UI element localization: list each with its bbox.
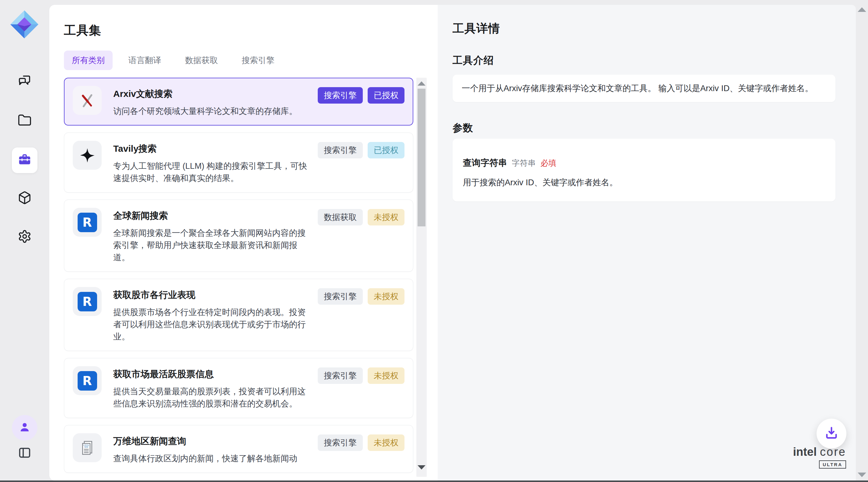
blue-r-app-icon: R xyxy=(73,366,102,395)
tab-search-engine[interactable]: 搜索引擎 xyxy=(234,51,282,70)
intro-text: 一个用于从Arxiv存储库搜索科学论文和文章的工具。 输入可以是Arxiv ID… xyxy=(462,84,813,93)
tab-all-categories[interactable]: 所有类别 xyxy=(64,51,113,70)
params-heading: 参数 xyxy=(453,121,473,135)
sidebar-item-models[interactable] xyxy=(12,186,37,211)
scroll-up-arrow-icon[interactable] xyxy=(417,81,426,86)
auth-status-badge: 未授权 xyxy=(368,434,404,451)
app-window: 工具集 所有类别 语言翻译 数据获取 搜索引擎 xyxy=(0,0,868,482)
tool-name: 获取股市各行业表现 xyxy=(113,289,310,301)
local-news-icon: LOCAL NEW xyxy=(73,433,102,462)
sidebar-item-toolset[interactable] xyxy=(12,147,37,173)
tab-data-fetch[interactable]: 数据获取 xyxy=(177,51,226,70)
page-scroll-down-icon[interactable] xyxy=(858,473,866,477)
tool-card-global-news[interactable]: R 全球新闻搜索 全球新闻搜索是一个聚合全球各大新闻网站内容的搜索引擎，帮助用户… xyxy=(64,200,413,272)
tool-description: 提供当天交易量最高的股票列表，投资者可以利用这些信息来识别流动性强的股票和潜在的… xyxy=(113,386,310,410)
tool-card-tavily[interactable]: Tavily搜索 专为人工智能代理 (LLM) 构建的搜索引擎工具，可快速提供实… xyxy=(64,133,413,193)
required-badge: 必填 xyxy=(540,158,556,169)
sidebar-item-settings[interactable] xyxy=(12,224,37,250)
auth-status-badge: 未授权 xyxy=(368,367,404,384)
intro-card: 一个用于从Arxiv存储库搜索科学论文和文章的工具。 输入可以是Arxiv ID… xyxy=(453,75,835,102)
auth-status-badge: 未授权 xyxy=(368,288,404,305)
intel-text: intel xyxy=(793,446,816,458)
tool-card-sector-performance[interactable]: R 获取股市各行业表现 提供股票市场各个行业在特定时间段内的表现。投资者可以利用… xyxy=(64,279,413,351)
window-bottom-edge xyxy=(0,480,868,482)
detail-title: 工具详情 xyxy=(453,21,500,36)
folder-icon xyxy=(18,113,32,129)
category-badge: 搜索引擎 xyxy=(318,434,363,451)
page-scrollbar[interactable] xyxy=(856,0,868,482)
tool-list: Arxiv文献搜索 访问各个研究领域大量科学论文和文章的存储库。 搜索引擎 已授… xyxy=(64,78,413,477)
tool-detail-panel: 工具详情 工具介绍 一个用于从Arxiv存储库搜索科学论文和文章的工具。 输入可… xyxy=(438,5,856,480)
page-scroll-up-icon[interactable] xyxy=(858,7,866,12)
category-badge: 数据获取 xyxy=(318,209,363,225)
parameter-card: 查询字符串 字符串 必填 用于搜索的Arxiv ID、关键字或作者姓名。 xyxy=(453,139,835,201)
parameter-type: 字符串 xyxy=(512,158,536,169)
auth-status-badge: 已授权 xyxy=(368,87,404,104)
tool-name: 全球新闻搜索 xyxy=(113,209,310,222)
tool-description: 全球新闻搜索是一个聚合全球各大新闻网站内容的搜索引擎，帮助用户快速获取全球最新资… xyxy=(113,227,310,263)
parameter-name: 查询字符串 xyxy=(463,157,507,169)
page-title: 工具集 xyxy=(64,22,101,39)
sidebar xyxy=(0,0,49,482)
tool-name: Arxiv文献搜索 xyxy=(113,88,310,100)
blue-r-app-icon: R xyxy=(73,208,102,237)
download-button[interactable] xyxy=(816,419,846,449)
tool-description: 查询具体行政区划内的新闻，快速了解各地新闻动 xyxy=(113,452,310,465)
download-icon xyxy=(824,425,839,442)
tool-name: 获取市场最活跃股票信息 xyxy=(113,368,310,380)
sparkle-icon xyxy=(73,141,102,170)
toolset-panel: 工具集 所有类别 语言翻译 数据获取 搜索引擎 xyxy=(49,5,438,480)
cube-icon xyxy=(18,191,32,206)
tool-card-local-news[interactable]: LOCAL NEW 万维地区新闻查询 查询具体行政区划内的新闻，快速了解各地新闻… xyxy=(64,425,413,473)
category-tabs: 所有类别 语言翻译 数据获取 搜索引擎 xyxy=(64,51,282,70)
tool-name: 万维地区新闻查询 xyxy=(113,435,310,448)
tool-list-scrollbar[interactable] xyxy=(416,78,427,477)
scroll-down-arrow-icon[interactable] xyxy=(417,465,426,470)
category-badge: 搜索引擎 xyxy=(318,367,363,384)
tool-card-arxiv[interactable]: Arxiv文献搜索 访问各个研究领域大量科学论文和文章的存储库。 搜索引擎 已授… xyxy=(64,78,413,125)
tool-name: Tavily搜索 xyxy=(113,143,310,155)
arxiv-icon xyxy=(73,86,102,115)
sidebar-collapse-button[interactable] xyxy=(12,441,37,466)
tool-description: 提供股票市场各个行业在特定时间段内的表现。投资者可以利用这些信息来识别表现优于或… xyxy=(113,306,310,343)
panel-toggle-icon xyxy=(18,446,32,461)
category-badge: 搜索引擎 xyxy=(318,87,363,104)
toolbox-icon xyxy=(18,153,32,168)
person-icon xyxy=(18,421,31,435)
app-logo xyxy=(10,10,39,39)
chat-icon xyxy=(18,74,32,90)
tool-description: 访问各个研究领域大量科学论文和文章的存储库。 xyxy=(113,105,310,117)
tool-card-most-active-stocks[interactable]: R 获取市场最活跃股票信息 提供当天交易量最高的股票列表，投资者可以利用这些信息… xyxy=(64,358,413,418)
core-text: core xyxy=(820,446,846,458)
gear-icon xyxy=(18,229,32,245)
sidebar-item-chat[interactable] xyxy=(12,69,37,95)
category-badge: 搜索引擎 xyxy=(318,142,363,159)
intel-core-ultra-logo: intel core ULTRA xyxy=(793,446,846,469)
tab-translation[interactable]: 语言翻译 xyxy=(121,51,169,70)
auth-status-badge: 已授权 xyxy=(368,142,404,159)
intro-heading: 工具介绍 xyxy=(453,54,494,67)
svg-text:NEW: NEW xyxy=(84,446,89,448)
scrollbar-thumb[interactable] xyxy=(417,89,426,226)
user-avatar[interactable] xyxy=(12,415,37,441)
auth-status-badge: 未授权 xyxy=(368,209,404,225)
ultra-badge: ULTRA xyxy=(819,460,846,469)
category-badge: 搜索引擎 xyxy=(318,288,363,305)
content-area: 工具集 所有类别 语言翻译 数据获取 搜索引擎 xyxy=(49,5,856,480)
blue-r-app-icon: R xyxy=(73,287,102,316)
tool-description: 专为人工智能代理 (LLM) 构建的搜索引擎工具，可快速提供实时、准确和真实的结… xyxy=(113,160,310,184)
sidebar-item-files[interactable] xyxy=(12,108,37,134)
parameter-description: 用于搜索的Arxiv ID、关键字或作者姓名。 xyxy=(463,177,825,188)
